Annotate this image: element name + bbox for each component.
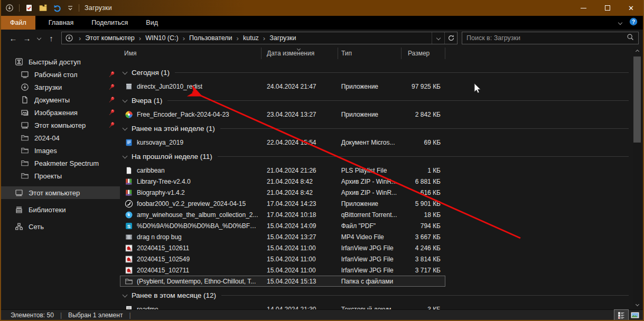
group-rule bbox=[218, 156, 629, 157]
file-row[interactable]: readme14.04.2024 21:30Текстовый докум...… bbox=[120, 304, 445, 309]
help-icon[interactable]: ? bbox=[629, 17, 638, 28]
tab-share[interactable]: Поделиться bbox=[82, 16, 137, 30]
group-rule bbox=[221, 295, 629, 296]
group-header[interactable]: На прошлой неделе (11) bbox=[120, 149, 629, 164]
group-header[interactable]: Ранее на этой неделе (1) bbox=[120, 121, 629, 136]
breadcrumb-item[interactable]: Пользователи bbox=[189, 34, 232, 42]
file-row[interactable]: 20240415_10271115.04.2024 11:00IrfanView… bbox=[120, 265, 445, 276]
sidebar-item-документы[interactable]: Документы bbox=[1, 93, 120, 106]
pin-icon bbox=[107, 83, 116, 91]
file-row[interactable]: 20240415_10254915.04.2024 11:00IrfanView… bbox=[120, 253, 445, 265]
status-separator: | bbox=[123, 311, 137, 319]
column-header-name[interactable]: Имя bbox=[120, 48, 262, 59]
file-row[interactable]: (Psybient, Downtempo, Ethno-Chillout, T.… bbox=[120, 276, 445, 287]
sidebar-item-этот-компьютер[interactable]: Этот компьютер bbox=[1, 186, 120, 199]
file-row[interactable]: Library-Tree-v2.4.021.04.2024 8:42Архив … bbox=[120, 176, 445, 187]
breadcrumb-item[interactable]: Загрузки bbox=[269, 34, 296, 42]
sidebar-item-2024-04[interactable]: 2024-04 bbox=[1, 131, 120, 144]
sidebar-item-peakmeter-spectrum[interactable]: Peakmeter Spectrum bbox=[1, 157, 120, 169]
file-row[interactable]: foobar2000_v2.2_preview_2024-04-1517.04.… bbox=[120, 198, 445, 209]
search-icon[interactable] bbox=[627, 33, 634, 43]
file-name-cell: Biography-v1.4.2 bbox=[120, 188, 262, 197]
sidebar-item-библиотеки[interactable]: Библиотеки bbox=[1, 203, 120, 216]
file-row[interactable]: caribbean21.04.2024 21:26PLS Playlist Fi… bbox=[120, 165, 445, 176]
file-row[interactable]: S%D0%9A%D0%B0%D0%BA_%D0%BF%D...15.04.202… bbox=[120, 220, 445, 231]
sidebar-item-label: Images bbox=[34, 147, 57, 155]
sidebar-item-загрузки[interactable]: Загрузки bbox=[1, 81, 120, 93]
sidebar-item-быстрый-доступ[interactable]: Быстрый доступ bbox=[1, 55, 120, 68]
file-row[interactable]: directx_Jun2010_redist24.04.2024 21:47Пр… bbox=[120, 81, 445, 92]
address-dropdown-chevron-icon[interactable] bbox=[432, 32, 444, 44]
group-header[interactable]: Сегодня (1) bbox=[120, 65, 629, 80]
up-button[interactable]: ↑ bbox=[44, 34, 58, 43]
file-size: 5 901 КБ bbox=[401, 200, 445, 207]
sidebar-item-изображения[interactable]: Изображения bbox=[1, 106, 120, 119]
file-name-cell: caribbean bbox=[120, 166, 262, 175]
pictures-icon bbox=[21, 108, 29, 117]
file-type: IrfanView JPG File bbox=[338, 244, 402, 252]
file-size: 3 667 КБ bbox=[401, 233, 445, 241]
file-row[interactable]: drag n drop bug15.04.2024 13:27MP4 Video… bbox=[120, 231, 445, 242]
pin-icon bbox=[107, 121, 116, 129]
jpg-icon bbox=[125, 255, 133, 263]
breadcrumb-item[interactable]: kutuz bbox=[243, 34, 259, 42]
details-view-button[interactable] bbox=[614, 310, 628, 320]
breadcrumb-item[interactable]: WIN10 (C:) bbox=[145, 34, 179, 42]
qat-customize-chevron[interactable] bbox=[67, 4, 73, 12]
file-row[interactable]: Biography-v1.4.221.04.2024 8:42Архив ZIP… bbox=[120, 187, 445, 198]
checkmark-properties-icon[interactable] bbox=[25, 4, 33, 12]
chevron-down-icon[interactable] bbox=[123, 125, 128, 130]
ribbon-expand-chevron-icon[interactable] bbox=[618, 21, 622, 25]
file-date: 21.04.2024 8:42 bbox=[262, 178, 338, 185]
tab-view[interactable]: Вид bbox=[137, 16, 167, 30]
file-type: Файл "PDF" bbox=[338, 222, 402, 230]
search-input[interactable]: Поиск в: Загрузки bbox=[462, 32, 639, 44]
vertical-scrollbar[interactable] bbox=[633, 48, 641, 308]
forward-button[interactable]: → bbox=[20, 34, 34, 43]
status-bar: Элементов: 50 | Выбран 1 элемент | bbox=[1, 309, 643, 320]
file-row[interactable]: Free_Encoder_Pack-2024-04-2323.04.2024 1… bbox=[120, 109, 445, 120]
column-header-type[interactable]: Тип bbox=[338, 48, 402, 59]
sidebar-item-проекты[interactable]: Проекты bbox=[1, 169, 120, 182]
file-row[interactable]: 20240415_10261115.04.2024 11:00IrfanView… bbox=[120, 242, 445, 253]
file-date: 15.04.2024 11:00 bbox=[262, 267, 338, 274]
sidebar-item-label: Peakmeter Spectrum bbox=[34, 159, 99, 167]
tab-home[interactable]: Главная bbox=[40, 16, 83, 30]
back-button[interactable]: ← bbox=[6, 34, 20, 43]
minimize-button[interactable] bbox=[572, 0, 595, 16]
scrollbar-thumb[interactable] bbox=[633, 56, 641, 143]
file-name-cell: drag n drop bug bbox=[120, 233, 262, 241]
recent-locations-chevron-icon[interactable] bbox=[34, 36, 44, 40]
sidebar-item-сеть[interactable]: Сеть bbox=[1, 220, 120, 233]
libraries-icon bbox=[15, 205, 23, 214]
sidebar-item-этот-компьютер[interactable]: Этот компьютер bbox=[1, 119, 120, 131]
chevron-down-icon[interactable] bbox=[123, 153, 128, 158]
group-rule bbox=[220, 128, 629, 129]
tab-file[interactable]: Файл bbox=[1, 16, 35, 30]
scrollbar-up-arrow-icon[interactable] bbox=[633, 48, 641, 55]
chevron-down-icon[interactable] bbox=[123, 97, 128, 102]
close-button[interactable]: ✕ bbox=[619, 0, 643, 16]
main-area: Быстрый доступРабочий столЗагрузкиДокуме… bbox=[1, 46, 643, 309]
sidebar-item-images[interactable]: Images bbox=[1, 144, 120, 157]
sidebar-item-label: 2024-04 bbox=[34, 134, 60, 142]
sidebar-item-рабочий-стол[interactable]: Рабочий стол bbox=[1, 68, 120, 81]
group-header[interactable]: Ранее в этом месяце (12) bbox=[120, 288, 629, 303]
breadcrumb-item[interactable]: Этот компьютер bbox=[85, 34, 134, 42]
chevron-down-icon[interactable] bbox=[123, 69, 128, 74]
file-row[interactable]: amy_winehouse_the_album_collection_2...1… bbox=[120, 209, 445, 220]
chevron-down-icon[interactable] bbox=[123, 292, 128, 297]
file-size: 1 КБ bbox=[401, 167, 445, 174]
column-header-size[interactable]: Размер bbox=[402, 48, 445, 59]
refresh-icon[interactable] bbox=[444, 32, 457, 44]
undo-icon[interactable] bbox=[53, 4, 62, 12]
group-label: Ранее на этой неделе (1) bbox=[132, 125, 215, 133]
address-bar[interactable]: ›Этот компьютер›WIN10 (C:)›Пользователи›… bbox=[61, 32, 458, 44]
scrollbar-down-arrow-icon[interactable] bbox=[633, 300, 641, 308]
group-header[interactable]: Вчера (1) bbox=[120, 93, 629, 108]
new-folder-icon[interactable] bbox=[39, 4, 48, 12]
file-name: (Psybient, Downtempo, Ethno-Chillout, T.… bbox=[137, 278, 256, 285]
maximize-button[interactable] bbox=[595, 0, 619, 16]
large-icons-view-button[interactable] bbox=[628, 310, 642, 320]
file-row[interactable]: kursovaya_201922.04.2024 15:54Документ M… bbox=[120, 137, 445, 148]
